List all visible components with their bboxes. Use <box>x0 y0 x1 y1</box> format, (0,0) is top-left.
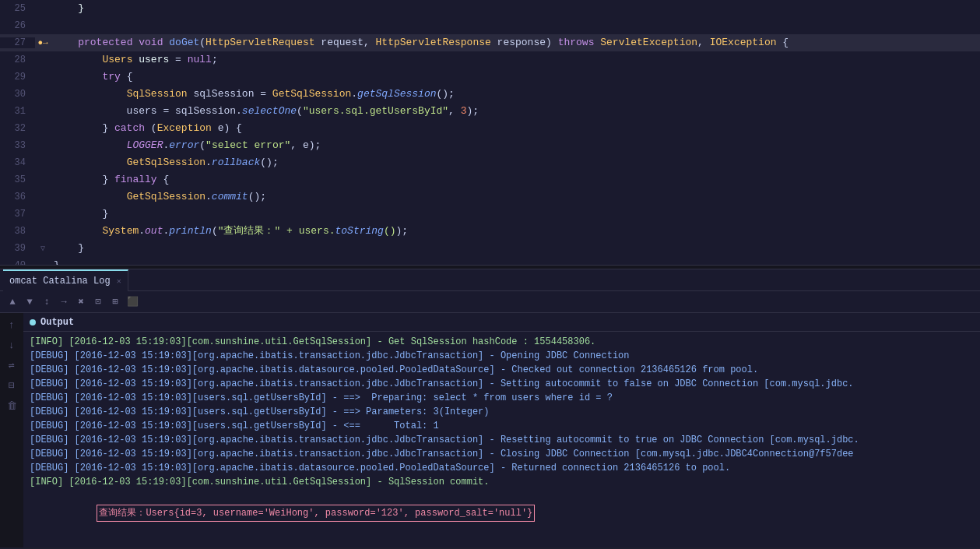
scroll-down-icon[interactable]: ↓ <box>3 336 20 354</box>
output-status-dot <box>30 319 36 326</box>
output-header: Output <box>23 313 980 332</box>
log-line-7: [DEBUG] [2016-12-03 15:19:03][users.sql.… <box>30 419 974 433</box>
code-line-40: 40 } <box>0 257 980 265</box>
scroll-down-button[interactable]: ▼ <box>22 294 37 310</box>
log-line-6: [DEBUG] [2016-12-03 15:19:03][users.sql.… <box>30 405 974 419</box>
tab-bar: omcat Catalina Log ✕ <box>0 269 980 291</box>
result-highlight: 查询结果：Users{id=3, username='WeiHong', pas… <box>97 505 535 522</box>
log-line-1: [INFO] [2016-12-03 15:19:03][com.sunshin… <box>30 335 974 349</box>
refresh-icon[interactable]: ⇌ <box>3 357 20 374</box>
log-line-4: [DEBUG] [2016-12-03 15:19:03][org.apache… <box>30 377 974 391</box>
filter-button[interactable]: ⊞ <box>107 294 123 310</box>
code-lines: 25 } 26 27 ●→ protected void doGet(HttpS… <box>0 0 980 265</box>
next-button[interactable]: → <box>56 294 72 310</box>
tab-close-icon[interactable]: ✕ <box>117 276 121 286</box>
code-line-26: 26 <box>0 17 980 34</box>
code-line-36: 36 GetSqlSession.commit(); <box>0 188 980 206</box>
catalina-log-tab[interactable]: omcat Catalina Log ✕ <box>3 269 128 291</box>
code-line-29: 29 try { <box>0 69 980 86</box>
code-line-39: 39 ▽ } <box>0 240 980 257</box>
code-line-37: 37 } <box>0 206 980 223</box>
code-line-30: 30 SqlSession sqlSession = GetSqlSession… <box>0 86 980 103</box>
app-layout: 25 } 26 27 ●→ protected void doGet(HttpS… <box>0 0 980 549</box>
code-line-28: 28 Users users = null; <box>0 51 980 69</box>
settings-button[interactable]: ⬛ <box>125 294 140 310</box>
code-line-27: 27 ●→ protected void doGet(HttpServletRe… <box>0 34 980 51</box>
output-title: Output <box>40 317 74 328</box>
scroll-up-button[interactable]: ▲ <box>5 294 20 310</box>
output-panel: Output [INFO] [2016-12-03 15:19:03][com.… <box>23 313 980 547</box>
output-content[interactable]: [INFO] [2016-12-03 15:19:03][com.sunshin… <box>23 332 980 547</box>
log-line-8: [DEBUG] [2016-12-03 15:19:03][org.apache… <box>30 433 974 447</box>
output-with-sidebar: ↑ ↓ ⇌ ⊟ 🗑 Output [INFO] [2016-12-03 15:1… <box>0 313 980 547</box>
stop-button[interactable]: ✖ <box>73 294 89 310</box>
scroll-up-icon[interactable]: ↑ <box>3 316 20 333</box>
scroll-both-button[interactable]: ↕ <box>39 294 54 310</box>
code-line-25: 25 } <box>0 0 980 17</box>
trash-icon[interactable]: 🗑 <box>3 397 20 414</box>
code-editor: 25 } 26 27 ●→ protected void doGet(HttpS… <box>0 0 980 265</box>
bottom-section: omcat Catalina Log ✕ ▲ ▼ ↕ → ✖ ⊡ ⊞ ⬛ ↑ ↓… <box>0 269 980 547</box>
debug-arrow-icon: ●→ <box>37 38 47 48</box>
log-line-2: [DEBUG] [2016-12-03 15:19:03][org.apache… <box>30 349 974 363</box>
code-line-31: 31 users = sqlSession.selectOne("users.s… <box>0 103 980 120</box>
clear-button[interactable]: ⊡ <box>90 294 106 310</box>
code-line-32: 32 } catch (Exception e) { <box>0 120 980 137</box>
code-line-34: 34 GetSqlSession.rollback(); <box>0 154 980 171</box>
log-line-11: [INFO] [2016-12-03 15:19:03][com.sunshin… <box>30 475 974 489</box>
log-line-10: [DEBUG] [2016-12-03 15:19:03][org.apache… <box>30 461 974 475</box>
code-line-33: 33 LOGGER.error("select error", e); <box>0 137 980 154</box>
output-toolbar: ▲ ▼ ↕ → ✖ ⊡ ⊞ ⬛ <box>0 291 980 313</box>
code-line-35: 35 } finally { <box>0 171 980 188</box>
tab-label: omcat Catalina Log <box>9 276 111 287</box>
log-line-9: [DEBUG] [2016-12-03 15:19:03][org.apache… <box>30 447 974 461</box>
fold-arrow-icon: ▽ <box>40 244 45 253</box>
log-line-5: [DEBUG] [2016-12-03 15:19:03][users.sql.… <box>30 391 974 405</box>
code-line-38: 38 System.out.println("查询结果：" + users.to… <box>0 223 980 240</box>
log-result-line: 查询结果：Users{id=3, username='WeiHong', pas… <box>30 489 974 536</box>
output-left-sidebar: ↑ ↓ ⇌ ⊟ 🗑 <box>0 313 23 547</box>
log-line-3: [DEBUG] [2016-12-03 15:19:03][org.apache… <box>30 363 974 377</box>
minimize-icon[interactable]: ⊟ <box>3 377 20 394</box>
